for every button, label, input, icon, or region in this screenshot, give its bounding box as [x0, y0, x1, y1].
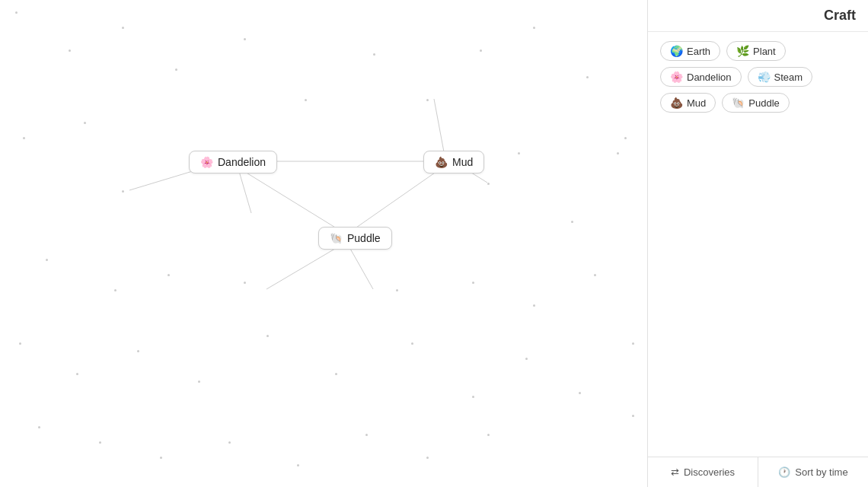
grid-dot	[46, 259, 48, 261]
node-puddle[interactable]: 🐚Puddle	[318, 227, 392, 250]
puddle-icon: 🐚	[732, 97, 745, 109]
node-mud[interactable]: 💩Mud	[423, 151, 484, 173]
grid-dot	[122, 190, 124, 193]
grid-dot	[69, 49, 71, 52]
grid-dot	[38, 426, 40, 428]
discovery-chip-plant[interactable]: 🌿Plant	[726, 41, 786, 61]
bottom-tab-sort-by-time[interactable]: 🕐Sort by time	[758, 457, 868, 487]
grid-dot	[525, 358, 528, 360]
steam-icon: 💨	[758, 71, 771, 83]
puddle-node-label: Puddle	[347, 232, 381, 244]
grid-dot	[480, 49, 482, 52]
svg-line-1	[235, 166, 346, 234]
dandelion-label: Dandelion	[687, 72, 732, 83]
grid-dot	[571, 221, 573, 223]
grid-dot	[426, 457, 429, 459]
grid-dot	[19, 342, 21, 345]
mud-node-icon: 💩	[435, 156, 448, 168]
sort-by-time-label: Sort by time	[795, 466, 847, 478]
grid-dot	[617, 152, 619, 154]
grid-dot	[396, 289, 398, 291]
grid-dot	[244, 282, 246, 284]
grid-dot	[487, 183, 490, 185]
grid-dot	[533, 27, 535, 29]
grid-dot	[244, 38, 246, 40]
graph-canvas[interactable]: 🌸Dandelion💩Mud🐚Puddle	[0, 0, 647, 487]
grid-dot	[518, 152, 520, 154]
discovery-row: 💩Mud🐚Puddle	[660, 93, 856, 113]
grid-dot	[297, 464, 299, 466]
mud-icon: 💩	[670, 97, 683, 109]
discovery-row: 🌸Dandelion💨Steam	[660, 67, 856, 87]
discovery-chip-mud[interactable]: 💩Mud	[660, 93, 716, 113]
grid-dot	[373, 53, 375, 56]
grid-dot	[632, 415, 634, 417]
grid-dot	[198, 380, 200, 383]
grid-dot	[114, 289, 116, 291]
grid-dot	[84, 122, 86, 124]
discoveries-label: Discoveries	[684, 466, 735, 478]
grid-dot	[99, 441, 101, 444]
sort-by-time-icon: 🕐	[778, 466, 790, 478]
grid-dot	[472, 282, 474, 284]
dandelion-icon: 🌸	[670, 71, 683, 83]
grid-dot	[122, 27, 124, 29]
bottom-tab-discoveries[interactable]: ⇄Discoveries	[648, 457, 758, 487]
puddle-node-icon: 🐚	[330, 232, 343, 244]
grid-dot	[579, 392, 581, 394]
earth-label: Earth	[687, 46, 710, 57]
grid-dot	[228, 441, 231, 444]
puddle-label: Puddle	[748, 97, 779, 109]
plant-icon: 🌿	[736, 45, 749, 57]
discoveries-content: 🌍Earth🌿Plant🌸Dandelion💨Steam💩Mud🐚Puddle	[648, 32, 868, 457]
grid-dot	[15, 11, 18, 14]
earth-icon: 🌍	[670, 45, 683, 57]
discovery-row: 🌍Earth🌿Plant	[660, 41, 856, 61]
plant-label: Plant	[753, 46, 776, 57]
mud-label: Mud	[687, 97, 706, 109]
grid-dot	[426, 99, 429, 101]
grid-dot	[175, 68, 177, 71]
bottom-bar: ⇄Discoveries🕐Sort by time	[648, 457, 868, 487]
grid-dot	[533, 304, 535, 307]
grid-dot	[624, 137, 627, 139]
mud-node-label: Mud	[452, 156, 473, 168]
svg-line-2	[346, 166, 445, 234]
discovery-chip-dandelion[interactable]: 🌸Dandelion	[660, 67, 742, 87]
grid-dot	[76, 373, 78, 375]
grid-dot	[137, 350, 139, 352]
steam-label: Steam	[774, 72, 803, 83]
sidebar-title: Craft	[648, 0, 868, 32]
grid-dot	[305, 99, 307, 101]
grid-dot	[168, 274, 170, 276]
grid-dot	[335, 373, 337, 375]
discoveries-icon: ⇄	[671, 466, 679, 478]
grid-dot	[632, 342, 634, 345]
discovery-chip-earth[interactable]: 🌍Earth	[660, 41, 720, 61]
discovery-chip-puddle[interactable]: 🐚Puddle	[722, 93, 789, 113]
grid-dot	[411, 342, 413, 345]
grid-dot	[266, 335, 269, 337]
grid-dot	[472, 396, 474, 398]
grid-dot	[594, 274, 596, 276]
grid-dot	[23, 137, 25, 139]
node-dandelion[interactable]: 🌸Dandelion	[189, 151, 277, 173]
grid-dot	[365, 434, 368, 436]
dandelion-node-icon: 🌸	[200, 156, 213, 168]
discovery-chip-steam[interactable]: 💨Steam	[748, 67, 813, 87]
grid-dot	[586, 76, 589, 78]
sidebar: Craft 🌍Earth🌿Plant🌸Dandelion💨Steam💩Mud🐚P…	[647, 0, 868, 487]
dandelion-node-label: Dandelion	[218, 156, 266, 168]
svg-line-3	[434, 99, 445, 156]
grid-dot	[160, 457, 162, 459]
grid-dot	[487, 434, 490, 436]
